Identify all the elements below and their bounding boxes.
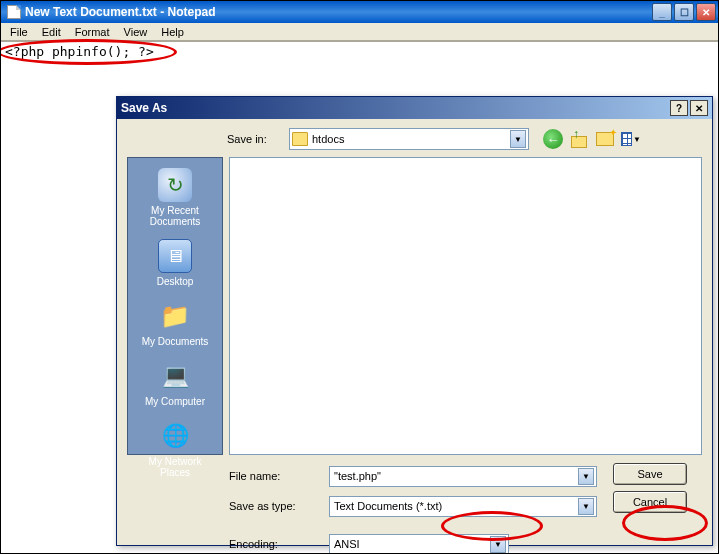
views-icon[interactable]: ▼ bbox=[621, 129, 641, 149]
file-list[interactable] bbox=[229, 157, 702, 455]
place-mycomp[interactable]: My Computer bbox=[135, 355, 215, 411]
places-bar: My Recent Documents Desktop My Documents… bbox=[127, 157, 223, 455]
editor-content: <?php phpinfo(); ?> bbox=[5, 44, 154, 59]
filename-dropdown-icon[interactable]: ▼ bbox=[578, 468, 594, 485]
place-network[interactable]: My Network Places bbox=[135, 415, 215, 482]
notepad-icon bbox=[7, 5, 21, 19]
savein-combo[interactable]: htdocs ▼ bbox=[289, 128, 529, 150]
place-mydocs[interactable]: My Documents bbox=[135, 295, 215, 351]
encoding-dropdown-icon[interactable]: ▼ bbox=[490, 536, 506, 553]
dialog-close-button[interactable]: ✕ bbox=[690, 100, 708, 116]
saveastype-value: Text Documents (*.txt) bbox=[334, 500, 578, 512]
desktop-icon bbox=[158, 239, 192, 273]
menu-edit[interactable]: Edit bbox=[35, 24, 68, 40]
place-recent[interactable]: My Recent Documents bbox=[135, 164, 215, 231]
folder-icon bbox=[292, 132, 308, 146]
save-as-dialog: Save As ? ✕ Save in: htdocs ▼ ← ↑ ▼ bbox=[116, 96, 713, 546]
recent-icon bbox=[158, 168, 192, 202]
savein-label: Save in: bbox=[227, 133, 283, 145]
menubar: File Edit Format View Help bbox=[1, 23, 718, 41]
new-folder-icon[interactable] bbox=[595, 129, 615, 149]
saveastype-label: Save as type: bbox=[229, 500, 319, 512]
notepad-titlebar: New Text Document.txt - Notepad _ ☐ ✕ bbox=[1, 1, 718, 23]
cancel-button[interactable]: Cancel bbox=[613, 491, 687, 513]
close-button[interactable]: ✕ bbox=[696, 3, 716, 21]
filename-value: "test.php" bbox=[334, 470, 578, 482]
filename-label: File name: bbox=[229, 470, 319, 482]
dialog-title: Save As bbox=[121, 101, 167, 115]
maximize-button[interactable]: ☐ bbox=[674, 3, 694, 21]
encoding-label: Encoding: bbox=[229, 538, 319, 550]
place-recent-label: My Recent Documents bbox=[135, 205, 215, 227]
network-icon bbox=[158, 419, 192, 453]
filename-combo[interactable]: "test.php" ▼ bbox=[329, 466, 597, 487]
place-desktop[interactable]: Desktop bbox=[135, 235, 215, 291]
place-desktop-label: Desktop bbox=[157, 276, 194, 287]
saveastype-dropdown-icon[interactable]: ▼ bbox=[578, 498, 594, 515]
savein-value: htdocs bbox=[312, 133, 510, 145]
dialog-titlebar: Save As ? ✕ bbox=[117, 97, 712, 119]
up-one-level-icon[interactable]: ↑ bbox=[569, 129, 589, 149]
encoding-combo[interactable]: ANSI ▼ bbox=[329, 534, 509, 555]
menu-view[interactable]: View bbox=[117, 24, 155, 40]
menu-help[interactable]: Help bbox=[154, 24, 191, 40]
saveastype-combo[interactable]: Text Documents (*.txt) ▼ bbox=[329, 496, 597, 517]
menu-file[interactable]: File bbox=[3, 24, 35, 40]
place-mycomp-label: My Computer bbox=[145, 396, 205, 407]
place-network-label: My Network Places bbox=[135, 456, 215, 478]
save-button[interactable]: Save bbox=[613, 463, 687, 485]
help-button[interactable]: ? bbox=[670, 100, 688, 116]
menu-format[interactable]: Format bbox=[68, 24, 117, 40]
mycomp-icon bbox=[158, 359, 192, 393]
notepad-title: New Text Document.txt - Notepad bbox=[25, 5, 652, 19]
mydocs-icon bbox=[158, 299, 192, 333]
encoding-value: ANSI bbox=[334, 538, 490, 550]
minimize-button[interactable]: _ bbox=[652, 3, 672, 21]
back-icon[interactable]: ← bbox=[543, 129, 563, 149]
place-mydocs-label: My Documents bbox=[142, 336, 209, 347]
savein-dropdown-icon[interactable]: ▼ bbox=[510, 130, 526, 148]
